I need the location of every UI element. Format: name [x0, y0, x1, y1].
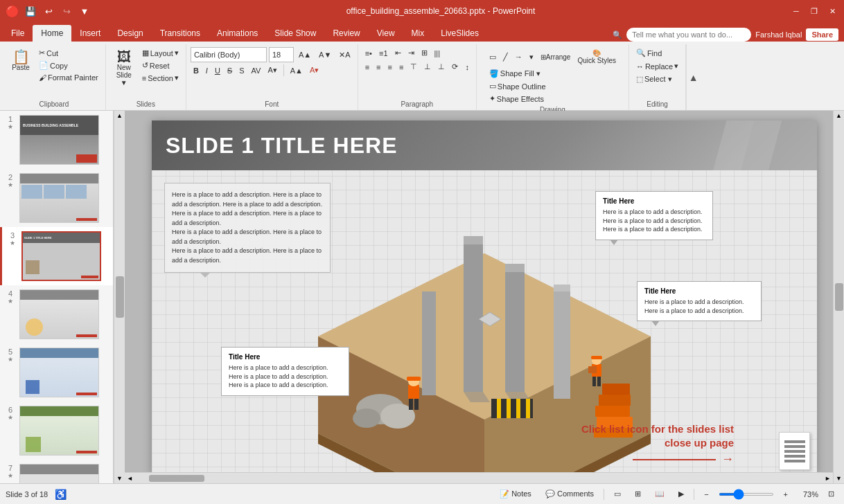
- cut-button[interactable]: ✂ Cut: [36, 47, 101, 59]
- shape-effects-button[interactable]: ✦ Shape Effects: [486, 93, 549, 105]
- align-right-button[interactable]: ≡: [385, 61, 395, 73]
- shape-outline-button[interactable]: ▭ Shape Outline: [486, 80, 549, 92]
- columns-button[interactable]: |||: [432, 47, 443, 59]
- align-left-button[interactable]: ≡: [362, 61, 372, 73]
- reset-button[interactable]: ↺ Reset: [139, 60, 182, 71]
- increase-font-button[interactable]: A▲: [296, 49, 314, 60]
- comments-button[interactable]: 💬 Comments: [541, 488, 598, 500]
- fontcolor-button[interactable]: A▾: [265, 64, 279, 76]
- linespace-button[interactable]: ↕: [462, 61, 472, 73]
- shape-fill-button[interactable]: 🪣 Shape Fill ▾: [486, 68, 549, 80]
- underline-button[interactable]: U: [212, 65, 223, 76]
- canvas-scrollbar-horizontal[interactable]: ◄ ►: [125, 472, 833, 483]
- tab-review[interactable]: Review: [324, 25, 368, 42]
- fontsize-row-button[interactable]: A▲: [288, 65, 306, 76]
- undo-button[interactable]: ↩: [42, 4, 55, 18]
- align-middle-button[interactable]: ⊥: [421, 61, 434, 73]
- slide-thumb-6[interactable]: 6 ★: [0, 402, 113, 460]
- slide-thumbnail-7[interactable]: [19, 464, 99, 483]
- slide-thumbnail-2[interactable]: [19, 173, 99, 223]
- search-ribbon-input[interactable]: [626, 28, 751, 42]
- tab-mix[interactable]: Mix: [403, 25, 433, 42]
- slide-sorter-button[interactable]: ⊞: [631, 488, 645, 500]
- bold-button[interactable]: B: [191, 65, 202, 76]
- format-painter-button[interactable]: 🖌 Format Painter: [36, 72, 101, 83]
- tab-slideshow[interactable]: Slide Show: [266, 25, 324, 42]
- slide-thumb-1[interactable]: 1 ★ BUSINESS BUILDING ASSEMBLE: [0, 111, 113, 169]
- copy-button[interactable]: 📄 Copy: [36, 60, 101, 71]
- slide-thumb-3[interactable]: 3 ★ SLIDE 1 TITLE HERE: [0, 227, 113, 285]
- notes-button[interactable]: 📝 Notes: [495, 488, 536, 500]
- tab-home[interactable]: Home: [33, 25, 71, 42]
- fit-slide-button[interactable]: ⊡: [824, 488, 838, 500]
- replace-button[interactable]: ↔ Replace ▾: [633, 60, 681, 72]
- shape-line-button[interactable]: ╱: [500, 47, 511, 66]
- canvas-scrollbar-vertical[interactable]: ▲ ▼: [833, 111, 844, 483]
- tab-transitions[interactable]: Transitions: [152, 25, 209, 42]
- minimize-button[interactable]: ─: [790, 5, 802, 17]
- layout-button[interactable]: ▦ Layout ▾: [139, 47, 182, 59]
- canvas-scroll-left[interactable]: ◄: [125, 475, 135, 482]
- find-button[interactable]: 🔍 Find: [633, 47, 665, 59]
- panel-scroll-thumb[interactable]: [116, 276, 124, 318]
- panel-scroll-up[interactable]: ▲: [116, 112, 123, 119]
- shadow-button[interactable]: S: [236, 65, 247, 76]
- canvas-scroll-down[interactable]: ▼: [836, 475, 842, 482]
- slide-thumbnail-4[interactable]: [19, 289, 99, 339]
- section-button[interactable]: ≡ Section ▾: [139, 72, 182, 84]
- smartart-button[interactable]: ⊞: [419, 47, 430, 59]
- align-top-button[interactable]: ⊤: [407, 61, 420, 73]
- increase-indent-button[interactable]: ⇥: [405, 47, 417, 59]
- zoom-slider[interactable]: [719, 493, 774, 496]
- slide-thumbnail-5[interactable]: [19, 348, 99, 397]
- normal-view-button[interactable]: ▭: [610, 488, 625, 500]
- tab-liveslides[interactable]: LiveSlides: [432, 25, 487, 42]
- reading-view-button[interactable]: 📖: [651, 488, 669, 500]
- close-button[interactable]: ✕: [826, 5, 838, 17]
- quick-styles-button[interactable]: 🎨 Quick Styles: [574, 47, 619, 66]
- zoom-out-button[interactable]: −: [700, 489, 712, 500]
- bullets-button[interactable]: ≡•: [362, 47, 375, 59]
- canvas-scroll-up[interactable]: ▲: [836, 112, 842, 119]
- panel-scroll-down[interactable]: ▼: [116, 475, 123, 482]
- slide-thumb-4[interactable]: 4 ★: [0, 285, 113, 343]
- slide-thumb-2[interactable]: 2 ★: [0, 169, 113, 227]
- canvas-scroll-thumb[interactable]: [835, 283, 843, 311]
- select-button[interactable]: ⬚ Select ▾: [633, 73, 675, 85]
- slide-thumbnail-1[interactable]: BUSINESS BUILDING ASSEMBLE: [19, 115, 99, 165]
- font-size-select[interactable]: 18: [269, 47, 294, 62]
- canvas-scroll-right[interactable]: ►: [823, 475, 833, 482]
- save-qat-button[interactable]: 💾: [24, 4, 37, 18]
- slide-thumbnail-3[interactable]: SLIDE 1 TITLE HERE: [21, 231, 101, 281]
- slideshow-button[interactable]: ▶: [674, 488, 688, 500]
- numbering-button[interactable]: ≡1: [376, 47, 391, 59]
- canvas-hscroll-thumb[interactable]: [149, 475, 204, 482]
- tab-design[interactable]: Design: [109, 25, 151, 42]
- new-slide-dropdown[interactable]: ▼: [121, 79, 128, 87]
- slide-thumbnail-6[interactable]: [19, 406, 99, 456]
- shape-rect-button[interactable]: ▭: [486, 47, 499, 66]
- clear-format-button[interactable]: ✕A: [336, 49, 353, 61]
- direction-button[interactable]: ⟳: [449, 61, 461, 73]
- font-family-select[interactable]: Calibri (Body): [191, 47, 267, 62]
- justify-button[interactable]: ≡: [396, 61, 406, 73]
- restore-button[interactable]: ❐: [808, 5, 820, 17]
- slides-list-icon[interactable]: [779, 432, 810, 470]
- share-button[interactable]: Share: [806, 28, 838, 41]
- shape-arrow-button[interactable]: →: [512, 47, 525, 66]
- slide-canvas[interactable]: SLIDE 1 TITLE HERE Here is a place to ad…: [152, 120, 817, 474]
- shape-more-button[interactable]: ▾: [527, 47, 536, 66]
- italic-button[interactable]: I: [203, 65, 211, 76]
- decrease-indent-button[interactable]: ⇤: [392, 47, 404, 59]
- slide-thumb-5[interactable]: 5 ★: [0, 343, 113, 402]
- tab-insert[interactable]: Insert: [71, 25, 109, 42]
- arrange-button[interactable]: ⊞ Arrange: [538, 47, 574, 66]
- align-center-button[interactable]: ≡: [373, 61, 383, 73]
- tab-view[interactable]: View: [369, 25, 403, 42]
- align-bottom-button[interactable]: ⊥: [435, 61, 448, 73]
- redo-button[interactable]: ↪: [60, 4, 73, 18]
- slide-thumb-7[interactable]: 7 ★: [0, 460, 113, 483]
- strikethrough-button[interactable]: S: [225, 65, 235, 76]
- tab-file[interactable]: File: [3, 25, 33, 42]
- fontcolor2-button[interactable]: A▾: [307, 64, 322, 76]
